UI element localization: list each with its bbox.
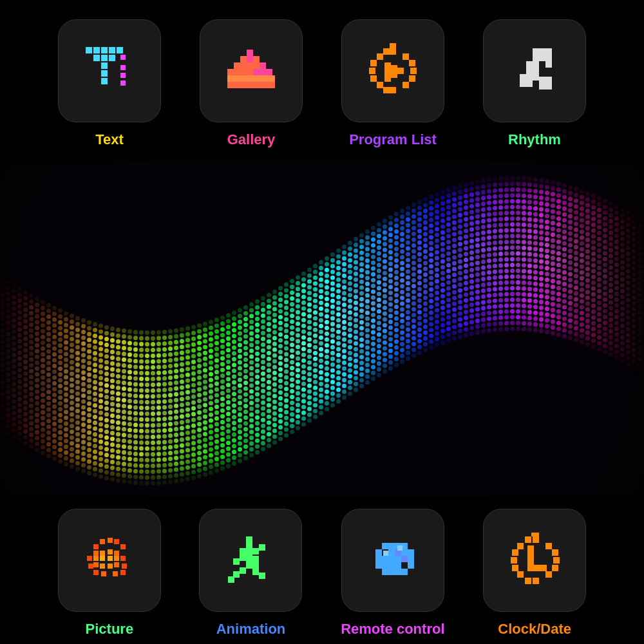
top-icon-row: Text [0,0,644,161]
svg-rect-98 [120,570,126,575]
svg-rect-129 [382,562,388,569]
svg-rect-104 [259,544,265,551]
svg-rect-158 [527,558,534,565]
clock-date-label: Clock/Date [498,621,571,638]
svg-rect-36 [402,53,409,60]
svg-rect-89 [93,562,99,567]
svg-rect-133 [408,562,414,569]
svg-rect-16 [240,56,247,62]
svg-rect-1 [93,47,100,53]
svg-rect-83 [87,556,92,561]
svg-rect-54 [533,48,539,55]
svg-rect-29 [260,69,266,75]
svg-rect-112 [252,569,259,575]
svg-rect-131 [395,556,401,562]
svg-rect-160 [534,565,540,571]
svg-rect-65 [526,74,533,80]
svg-rect-136 [395,569,401,575]
svg-rect-134 [382,569,388,575]
svg-rect-162 [531,533,539,536]
svg-rect-21 [247,62,253,69]
svg-rect-71 [545,83,552,90]
svg-rect-80 [108,549,113,554]
svg-rect-8 [101,62,108,69]
icon-item-gallery[interactable]: Gallery [200,19,303,148]
svg-rect-127 [408,556,414,562]
svg-rect-3 [109,47,115,53]
gallery-label: Gallery [227,131,276,148]
icon-box-animation[interactable] [199,509,302,612]
svg-rect-34 [390,48,396,55]
svg-rect-35 [377,53,383,60]
svg-rect-108 [233,558,240,565]
icon-box-program-list[interactable] [341,19,444,122]
svg-rect-28 [253,69,260,75]
svg-rect-33 [383,48,390,55]
svg-rect-123 [382,556,388,562]
svg-rect-132 [401,556,408,562]
icon-item-animation[interactable]: Animation [199,509,302,638]
remote-control-label: Remote control [341,621,444,638]
svg-rect-43 [377,82,383,88]
svg-rect-13 [120,73,126,78]
animation-icon [222,531,279,589]
svg-rect-32 [227,82,275,88]
svg-rect-101 [240,548,246,554]
text-icon [80,42,138,100]
svg-rect-62 [533,68,539,74]
svg-rect-142 [525,536,531,543]
svg-rect-6 [101,55,108,61]
svg-rect-12 [120,65,126,70]
icon-item-program-list[interactable]: Program List [341,19,444,148]
svg-rect-81 [114,551,119,556]
program-list-label: Program List [349,131,437,148]
icon-box-picture[interactable] [58,509,161,612]
clock-date-icon [506,531,564,589]
icon-item-text[interactable]: Text [58,19,161,148]
svg-rect-94 [122,564,127,569]
icon-box-gallery[interactable] [200,19,303,122]
svg-rect-22 [253,62,260,69]
icon-box-text[interactable] [58,19,161,122]
svg-rect-68 [539,77,545,83]
remote-control-icon [364,531,422,589]
svg-rect-73 [526,68,533,74]
svg-rect-24 [227,69,234,75]
svg-rect-48 [384,69,391,75]
svg-rect-15 [247,50,253,56]
svg-rect-95 [93,570,99,575]
svg-rect-146 [512,549,518,556]
svg-rect-103 [252,548,259,554]
svg-rect-105 [240,554,246,561]
svg-rect-141 [397,545,402,551]
svg-rect-20 [240,62,247,69]
svg-rect-74 [93,544,99,549]
svg-rect-23 [260,62,266,69]
svg-rect-53 [390,43,396,48]
svg-rect-79 [100,551,105,556]
svg-rect-110 [252,562,259,569]
svg-rect-57 [545,55,552,61]
svg-rect-87 [114,556,119,561]
svg-rect-63 [533,74,539,80]
svg-rect-117 [382,543,388,549]
icon-box-rhythm[interactable] [483,19,586,122]
svg-rect-31 [227,75,275,82]
svg-rect-82 [120,544,126,549]
icon-item-picture[interactable]: Picture [58,509,161,638]
svg-rect-145 [545,543,552,549]
svg-rect-19 [234,62,240,69]
icon-item-clock-date[interactable]: Clock/Date [483,509,586,638]
svg-rect-96 [101,571,106,576]
svg-rect-30 [266,69,272,75]
svg-rect-40 [410,68,417,74]
svg-rect-18 [253,56,260,62]
icon-item-rhythm[interactable]: Rhythm [483,19,586,148]
icon-box-clock-date[interactable] [483,509,586,612]
svg-rect-52 [397,68,404,74]
svg-rect-56 [545,48,552,55]
svg-rect-150 [512,565,518,571]
svg-rect-135 [388,569,395,575]
icon-item-remote-control[interactable]: Remote control [341,509,444,638]
icon-box-remote-control[interactable] [341,509,444,612]
